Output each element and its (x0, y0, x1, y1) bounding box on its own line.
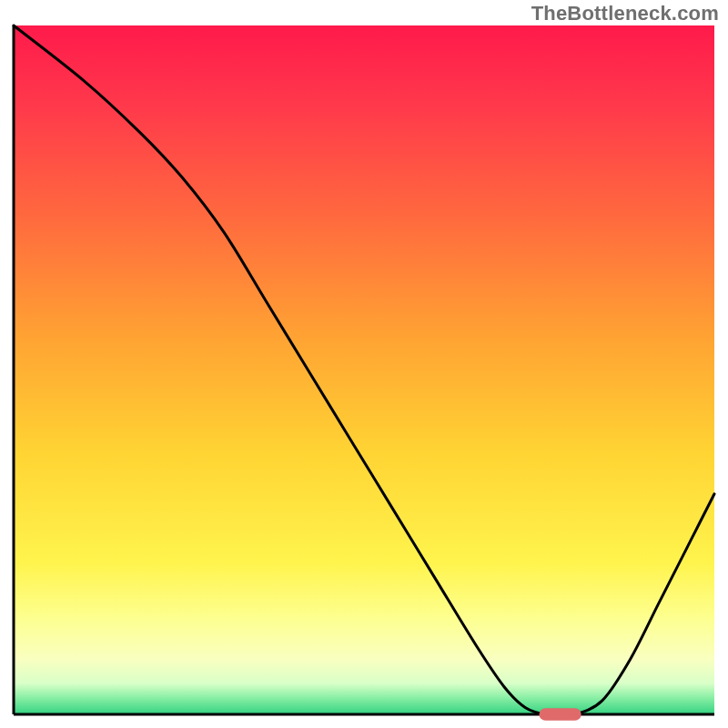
optimal-marker (540, 708, 581, 721)
bottleneck-chart (0, 0, 728, 728)
chart-container: TheBottleneck.com (0, 0, 728, 728)
gradient-background (14, 25, 714, 714)
